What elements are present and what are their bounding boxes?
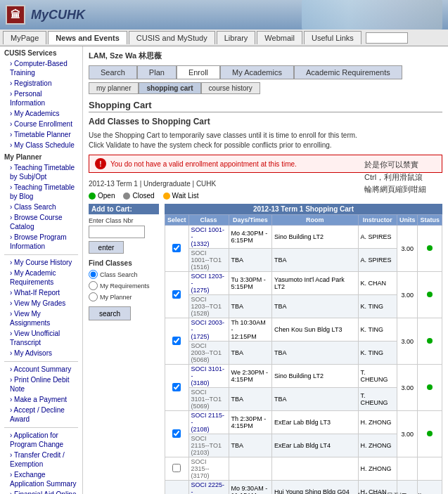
- table-row: SOCI 2115--(2108) Th 2:30PM -4:15PM ExEa…: [165, 411, 442, 434]
- row2-units: 3.00: [397, 272, 418, 318]
- tab-plan[interactable]: Plan: [137, 65, 177, 79]
- radio-my-requirements[interactable]: My Requirements: [89, 281, 159, 290]
- row3-units: 3.00: [397, 318, 418, 365]
- legend-waitlist-label: Wait List: [172, 192, 199, 200]
- sidebar-link-class-schedule[interactable]: My Class Schedule: [4, 140, 78, 150]
- row1-days1: Mo 4:30PM -6:15PM: [229, 226, 271, 249]
- sidebar-link-enrollment[interactable]: Course Enrollment: [4, 119, 78, 129]
- radio-my-planner-input[interactable]: [89, 292, 98, 301]
- sidebar-section-planner: My Planner Teaching Timetable by Subj/Op…: [4, 153, 78, 252]
- row3-instr2: K. TING: [358, 342, 397, 365]
- sidebar-section-account: Account Summary Print Online Debit Note …: [4, 364, 78, 424]
- sidebar: CUSIS Services Computer-Based Training R…: [0, 46, 83, 494]
- row3-status: [418, 318, 442, 365]
- tab-acad-req[interactable]: Academic Requirements: [294, 65, 402, 79]
- row3-class-link1[interactable]: SOCI 2003--(1725): [191, 319, 225, 340]
- row5-checkbox[interactable]: [172, 429, 181, 438]
- section-title: Add Classes to Shopping Cart: [89, 117, 442, 126]
- sidebar-link-transcript[interactable]: View Unofficial Transcript: [4, 328, 78, 348]
- row5-class-link1[interactable]: SOCI 2115--(2108): [191, 412, 225, 433]
- nav-search-input[interactable]: [366, 32, 408, 44]
- table-row: SOCI 1001--(1332) Mo 4:30PM -6:15PM Sino…: [165, 226, 442, 249]
- sidebar-link-personal-info[interactable]: Personal Information: [4, 89, 78, 108]
- row2-class-link1[interactable]: SOCI 1203--(1275): [191, 273, 225, 294]
- col-status: Status: [418, 215, 442, 226]
- row7-class-link1[interactable]: SOCI 2225--(1375): [191, 481, 225, 494]
- enter-class-input[interactable]: [89, 226, 145, 238]
- row2-select: [165, 272, 189, 318]
- legend-closed: Closed: [123, 192, 154, 200]
- row1-status: [418, 226, 442, 272]
- sub-tab-my-planner[interactable]: my planner: [89, 82, 139, 94]
- sidebar-link-academics[interactable]: My Academics: [4, 108, 78, 119]
- closed-dot: [123, 193, 130, 200]
- row3-days2: TBA: [229, 342, 271, 365]
- row2-days2: TBA: [229, 295, 271, 318]
- row1-instr1: A. SPIRES: [358, 226, 397, 249]
- legend-closed-label: Closed: [132, 192, 154, 200]
- tab-my-academics[interactable]: My Academics: [220, 65, 294, 79]
- sidebar-link-teaching-blog[interactable]: Teaching Timetable by Blog: [4, 182, 78, 202]
- sidebar-link-acad-req[interactable]: My Academic Requirements: [4, 268, 78, 287]
- site-title: MyCUHK: [31, 8, 85, 22]
- sidebar-link-financial-aid[interactable]: Financial Aid Online Appl Form: [4, 489, 78, 494]
- sidebar-link-class-search[interactable]: Class Search: [4, 202, 78, 212]
- row3-days1: Th 10:30AM -12:15PM: [229, 318, 271, 342]
- search-button[interactable]: search: [89, 306, 131, 320]
- sidebar-link-payment[interactable]: Make a Payment: [4, 394, 78, 405]
- sub-tabs: my planner shopping cart course history: [89, 82, 442, 94]
- nav-mypage[interactable]: MyPage: [3, 31, 46, 44]
- sidebar-link-timetable-planner[interactable]: Timetable Planner: [4, 129, 78, 140]
- radio-my-planner[interactable]: My Planner: [89, 292, 159, 301]
- nav-bar: MyPage News and Events CUSIS and MyStudy…: [0, 30, 448, 46]
- plan-tabs: Search Plan Enroll My Academics Academic…: [89, 65, 442, 79]
- radio-class-search-input[interactable]: [89, 270, 98, 279]
- row5-room1: ExEar Lab Bldg LT3: [272, 411, 359, 434]
- sidebar-link-whatif[interactable]: What-If Report: [4, 287, 78, 298]
- sidebar-link-exchange[interactable]: Exchange Application Summary: [4, 469, 78, 489]
- user-info: LAM, Sze Wa 林思薇: [89, 51, 442, 61]
- sidebar-link-advisors[interactable]: My Advisors: [4, 348, 78, 358]
- sidebar-link-grades[interactable]: View My Grades: [4, 298, 78, 308]
- radio-class-search[interactable]: Class Search: [89, 270, 159, 279]
- nav-useful-links[interactable]: Useful Links: [304, 31, 361, 44]
- sub-tab-shopping-cart[interactable]: shopping cart: [139, 82, 200, 94]
- sidebar-link-registration[interactable]: Registration: [4, 78, 78, 89]
- radio-my-requirements-input[interactable]: [89, 281, 98, 290]
- row4-select: [165, 365, 189, 411]
- nav-library[interactable]: Library: [217, 31, 256, 44]
- row2-checkbox[interactable]: [172, 290, 181, 299]
- row4-checkbox[interactable]: [172, 383, 181, 391]
- tab-search[interactable]: Search: [89, 65, 137, 79]
- sidebar-link-accept-award[interactable]: Accept / Decline Award: [4, 405, 78, 424]
- row1-class-link1[interactable]: SOCI 1001--(1332): [191, 226, 225, 247]
- sidebar-link-account-summary[interactable]: Account Summary: [4, 364, 78, 375]
- sidebar-link-transfer[interactable]: Transfer Credit / Exemption: [4, 450, 78, 469]
- row1-class1: SOCI 1001--(1332): [188, 226, 229, 249]
- row1-checkbox[interactable]: [172, 244, 181, 252]
- enter-button[interactable]: enter: [89, 241, 124, 254]
- enter-class-label: Enter Class Nbr: [89, 217, 159, 224]
- nav-webmail[interactable]: Webmail: [257, 31, 302, 44]
- tab-enroll[interactable]: Enroll: [177, 65, 220, 79]
- sidebar-link-debit-note[interactable]: Print Online Debit Note: [4, 375, 78, 394]
- add-cart-section: Add to Cart: Enter Class Nbr enter Find …: [89, 204, 442, 494]
- sidebar-link-browse-program[interactable]: Browse Program Information: [4, 232, 78, 252]
- sidebar-link-program-change[interactable]: Application for Program Change: [4, 430, 78, 450]
- annotation-right: 於是你可以禁實Ctrl，利用滑鼠滾輪將網頁縮到咁細: [364, 159, 445, 196]
- main-content: LAM, Sze Wa 林思薇 Search Plan Enroll My Ac…: [83, 46, 448, 494]
- sub-tab-course-history[interactable]: course history: [201, 82, 260, 94]
- add-cart-title: Add to Cart:: [89, 204, 159, 214]
- row6-checkbox[interactable]: [172, 464, 181, 472]
- sidebar-link-teaching-subj[interactable]: Teaching Timetable by Subj/Opt: [4, 162, 78, 182]
- sidebar-link-cbt[interactable]: Computer-Based Training: [4, 58, 78, 78]
- row4-class-link1[interactable]: SOCI 3101--(3180): [191, 365, 225, 386]
- sidebar-link-assignments[interactable]: View My Assignments: [4, 308, 78, 328]
- legend-open: Open: [89, 192, 115, 200]
- radio-my-planner-label: My Planner: [100, 294, 132, 301]
- nav-cusis[interactable]: CUSIS and MyStudy: [129, 31, 215, 44]
- nav-news-events[interactable]: News and Events: [48, 31, 127, 44]
- row3-checkbox[interactable]: [172, 337, 181, 345]
- sidebar-link-course-history[interactable]: My Course History: [4, 257, 78, 268]
- sidebar-link-browse-catalog[interactable]: Browse Course Catalog: [4, 212, 78, 232]
